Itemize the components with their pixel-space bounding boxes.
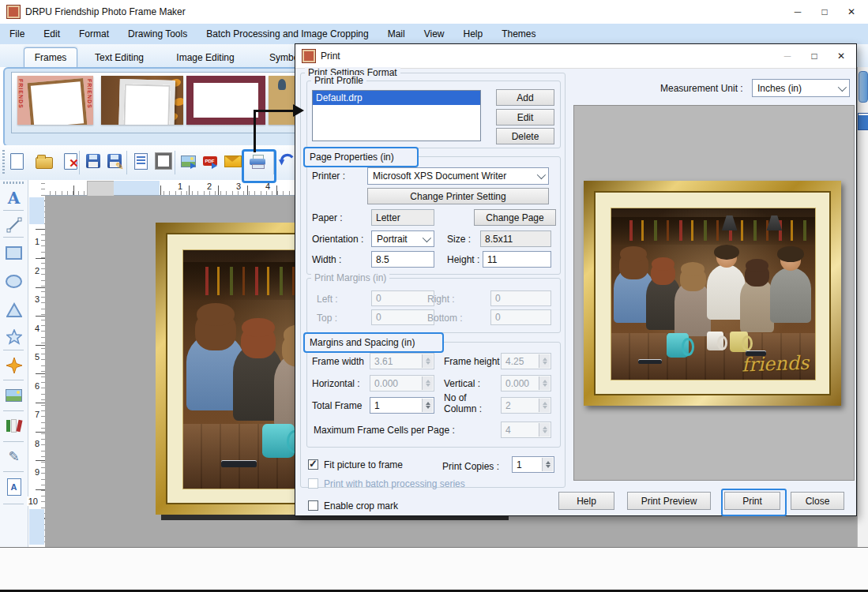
window-maximize-button[interactable]: □	[811, 6, 838, 17]
send-email-icon[interactable]	[222, 149, 243, 173]
dialog-close-button[interactable]: ✕	[828, 51, 855, 62]
vertical-ruler-highlight-bottom	[29, 509, 44, 545]
print-profile-list[interactable]: Default.drp	[312, 90, 481, 141]
menu-item-format[interactable]: Format	[70, 24, 118, 44]
new-document-icon[interactable]	[6, 149, 28, 173]
preview-photo: friends	[611, 208, 816, 380]
delete-icon[interactable]: ✕	[60, 149, 81, 173]
total-frame-input[interactable]: 1	[370, 397, 434, 414]
margin-bottom-field: 0	[490, 309, 551, 325]
photo-phone	[221, 460, 257, 467]
preview-photo-frame: friends	[584, 181, 841, 406]
star-tool-icon[interactable]	[4, 327, 24, 347]
toolbar-grip[interactable]	[2, 150, 5, 175]
dialog-maximize-button[interactable]: □	[801, 51, 828, 62]
crop-mark-label: Enable crop mark	[324, 500, 398, 511]
word-art-tool-icon[interactable]: A	[4, 477, 24, 496]
paper-label: Paper :	[312, 212, 343, 223]
help-button[interactable]: Help	[558, 492, 614, 510]
export-pdf-icon[interactable]: PDF	[199, 149, 220, 173]
menu-item-mail[interactable]: Mail	[378, 24, 415, 44]
menu-item-themes[interactable]: Themes	[492, 24, 545, 44]
ruler-number: 3	[28, 294, 39, 304]
save-as-icon[interactable]: ✎	[103, 149, 125, 173]
page-border-icon[interactable]	[152, 149, 174, 173]
printer-value: Microsoft XPS Document Writer	[373, 170, 506, 182]
change-printer-setting-button[interactable]: Change Printer Setting	[367, 188, 549, 204]
text-tool-icon[interactable]: A	[4, 188, 24, 208]
margin-right-label: Right :	[427, 294, 455, 305]
line-tool-icon[interactable]	[4, 215, 24, 234]
horizontal-ruler-highlight	[114, 181, 160, 195]
size-field: 8.5x11	[480, 230, 551, 247]
print-preview-doc-icon[interactable]	[130, 149, 152, 173]
batch-series-checkbox	[308, 478, 318, 489]
tab-text-editing[interactable]: Text Editing	[92, 48, 147, 67]
photo-mug	[730, 332, 748, 352]
crop-mark-checkbox[interactable]	[308, 500, 318, 511]
print-dialog: Print ─ □ ✕ Print Settings Format Print …	[295, 43, 857, 516]
triangle-tool-icon[interactable]	[4, 300, 24, 320]
open-file-icon[interactable]	[33, 149, 54, 173]
menu-item-batch-processing[interactable]: Batch Processing and Image Cropping	[197, 24, 378, 44]
vertical-scrollbar[interactable]	[859, 71, 868, 103]
edit-profile-button[interactable]: Edit	[496, 109, 554, 126]
sidebar-grip[interactable]	[3, 182, 24, 184]
menu-item-drawing-tools[interactable]: Drawing Tools	[118, 24, 197, 44]
insert-image-tool-icon[interactable]	[4, 385, 24, 405]
ruler-number: 10	[27, 496, 38, 506]
measurement-unit-select[interactable]: Inches (in)	[752, 79, 850, 97]
print-profile-item-selected[interactable]: Default.drp	[313, 91, 480, 105]
close-button[interactable]: Close	[791, 492, 844, 510]
margins-spacing-label: Margins and Spacing (in)	[310, 337, 415, 348]
height-input[interactable]: 11	[483, 251, 551, 268]
toolbar-separator	[175, 151, 175, 174]
frame-width-label: Frame width	[312, 356, 364, 367]
delete-profile-button[interactable]: Delete	[496, 128, 554, 144]
ellipse-tool-icon[interactable]	[4, 272, 24, 291]
window-minimize-button[interactable]: ─	[784, 6, 811, 17]
window-titlebar: DRPU Friendship Photo Frame Maker ─ □ ✕	[0, 0, 868, 24]
thumb-friends-text-left: FRIENDS	[18, 79, 24, 109]
tab-image-editing[interactable]: Image Editing	[172, 48, 239, 67]
menu-item-view[interactable]: View	[415, 24, 454, 44]
paper-field: Letter	[371, 209, 434, 226]
width-input[interactable]: 8.5	[371, 251, 434, 268]
tab-frames[interactable]: Frames	[24, 47, 77, 67]
undo-icon[interactable]	[276, 149, 297, 173]
chevron-down-icon	[838, 82, 847, 91]
frame-thumbnail-wood[interactable]	[101, 76, 183, 125]
fit-picture-checkbox[interactable]	[308, 459, 318, 470]
thumb-sheet	[28, 78, 88, 125]
change-page-button[interactable]: Change Page	[474, 209, 556, 226]
panel-toggle-icon[interactable]	[858, 113, 868, 130]
margin-left-field: 0	[371, 290, 434, 306]
frame-library-tool-icon[interactable]	[4, 416, 24, 436]
page-properties-annotation-box: Page Properties (in)	[303, 147, 419, 167]
margin-top-label: Top :	[317, 313, 337, 324]
window-close-button[interactable]: ✕	[838, 6, 865, 17]
printer-select[interactable]: Microsoft XPS Document Writer	[367, 167, 549, 185]
print-preview-button[interactable]: Print Preview	[627, 492, 711, 510]
export-image-icon[interactable]	[178, 149, 199, 173]
print-profile-label: Print Profile	[311, 75, 366, 86]
menu-item-edit[interactable]: Edit	[34, 24, 70, 44]
ruler-number: 3	[227, 182, 241, 191]
margin-right-field: 0	[490, 290, 551, 306]
add-profile-button[interactable]: Add	[496, 89, 554, 106]
orientation-select[interactable]: Portrait	[371, 230, 434, 247]
chevron-down-icon	[423, 233, 431, 242]
menu-item-file[interactable]: File	[0, 24, 34, 44]
menu-item-help[interactable]: Help	[453, 24, 492, 44]
rectangle-tool-icon[interactable]	[4, 243, 24, 263]
photo-mug	[667, 333, 689, 357]
signature-tool-icon[interactable]: ✎	[4, 447, 24, 466]
right-panel-edge	[857, 67, 868, 547]
print-icon-annotation-box	[242, 149, 276, 183]
save-icon[interactable]	[82, 149, 103, 173]
print-copies-input[interactable]: 1	[512, 456, 554, 473]
frame-thumbnail-friends[interactable]: FRIENDS FRIENDS	[17, 76, 93, 125]
toolbar-separator	[79, 151, 80, 174]
dialog-minimize-button[interactable]: ─	[774, 51, 801, 62]
clipart-tool-icon[interactable]	[4, 355, 24, 375]
